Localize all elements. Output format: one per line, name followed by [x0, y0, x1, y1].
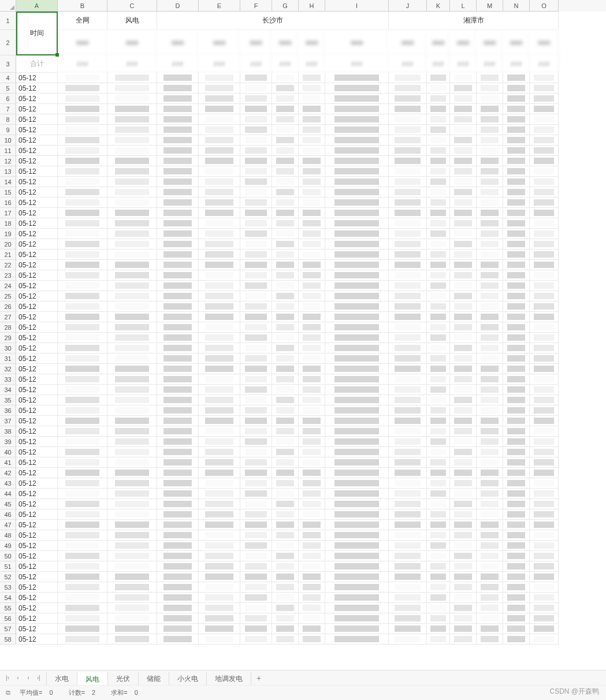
cell[interactable]: [157, 593, 199, 603]
cell[interactable]: [530, 281, 559, 291]
cell[interactable]: 风电: [107, 12, 157, 30]
cell[interactable]: [530, 73, 559, 83]
cell[interactable]: [503, 447, 530, 457]
cell[interactable]: [450, 530, 477, 541]
cell[interactable]: [450, 156, 477, 166]
cell[interactable]: [157, 489, 199, 499]
cell[interactable]: [427, 509, 450, 520]
cell[interactable]: [530, 509, 559, 520]
cell[interactable]: [450, 333, 477, 343]
cell[interactable]: [427, 634, 450, 645]
cell[interactable]: [530, 166, 559, 177]
cell[interactable]: [325, 353, 389, 364]
cell[interactable]: [58, 385, 107, 395]
cell[interactable]: [325, 457, 389, 468]
cell[interactable]: [299, 603, 325, 613]
cell[interactable]: 05-12: [16, 561, 58, 572]
cell[interactable]: [450, 395, 477, 405]
cell[interactable]: [503, 426, 530, 437]
cell[interactable]: [58, 572, 107, 582]
cell[interactable]: 05-12: [16, 541, 58, 551]
cell[interactable]: [450, 135, 477, 146]
cell[interactable]: [450, 83, 477, 94]
cell[interactable]: [427, 156, 450, 166]
cell[interactable]: [389, 364, 427, 374]
cell[interactable]: [530, 301, 559, 312]
row-header-4[interactable]: 4: [0, 73, 16, 83]
cell[interactable]: [299, 613, 325, 624]
cell[interactable]: [58, 83, 107, 94]
cell[interactable]: [199, 322, 240, 333]
cell[interactable]: [299, 198, 325, 208]
cell[interactable]: [240, 353, 272, 364]
column-header-B[interactable]: B: [58, 0, 107, 12]
cell[interactable]: [107, 83, 157, 94]
cell[interactable]: [240, 478, 272, 489]
cell[interactable]: [325, 135, 389, 146]
cell[interactable]: [325, 333, 389, 343]
cell[interactable]: [272, 146, 299, 156]
cell[interactable]: 05-12: [16, 353, 58, 364]
cell[interactable]: [389, 250, 427, 260]
cell[interactable]: [389, 541, 427, 551]
cell[interactable]: [199, 291, 240, 301]
cell[interactable]: [530, 114, 559, 125]
cell[interactable]: [325, 322, 389, 333]
cell[interactable]: [107, 125, 157, 135]
cell[interactable]: [107, 509, 157, 520]
cell[interactable]: [477, 208, 503, 218]
cell[interactable]: 05-12: [16, 572, 58, 582]
cell[interactable]: [427, 146, 450, 156]
cell[interactable]: ■■■: [107, 30, 157, 55]
cell[interactable]: [199, 166, 240, 177]
column-header-D[interactable]: D: [157, 0, 199, 12]
cell[interactable]: [272, 447, 299, 457]
cell[interactable]: [157, 426, 199, 437]
cell[interactable]: [157, 270, 199, 281]
cell[interactable]: [389, 156, 427, 166]
cell[interactable]: [427, 457, 450, 468]
cell[interactable]: ■■■: [157, 30, 199, 55]
cell[interactable]: [272, 468, 299, 478]
cell[interactable]: [107, 478, 157, 489]
cell[interactable]: [157, 260, 199, 270]
cell[interactable]: [107, 582, 157, 593]
tab-first-button[interactable]: |‹: [2, 671, 13, 686]
cell[interactable]: [107, 104, 157, 114]
cell[interactable]: [427, 94, 450, 104]
cell[interactable]: 05-12: [16, 426, 58, 437]
cell[interactable]: [107, 218, 157, 229]
cell[interactable]: [240, 447, 272, 457]
cell[interactable]: [58, 489, 107, 499]
cell[interactable]: 05-12: [16, 135, 58, 146]
cell[interactable]: [157, 343, 199, 353]
row-header-7[interactable]: 7: [0, 104, 16, 114]
cell[interactable]: [530, 270, 559, 281]
cell[interactable]: [450, 551, 477, 561]
cell[interactable]: [299, 260, 325, 270]
cell[interactable]: [240, 135, 272, 146]
cell[interactable]: [157, 624, 199, 634]
cell[interactable]: [157, 561, 199, 572]
cell[interactable]: [389, 593, 427, 603]
cell[interactable]: 05-12: [16, 499, 58, 509]
cell[interactable]: [530, 561, 559, 572]
cell[interactable]: [157, 208, 199, 218]
cell[interactable]: [503, 250, 530, 260]
cell[interactable]: 05-12: [16, 437, 58, 447]
cell[interactable]: [107, 426, 157, 437]
cell[interactable]: [325, 146, 389, 156]
cell[interactable]: [477, 416, 503, 426]
cell[interactable]: [477, 239, 503, 250]
cell[interactable]: [299, 83, 325, 94]
cell[interactable]: [325, 301, 389, 312]
sheet-tab-光伏[interactable]: 光伏: [108, 672, 139, 686]
cell[interactable]: 05-12: [16, 634, 58, 645]
cell[interactable]: [503, 166, 530, 177]
cell[interactable]: [427, 582, 450, 593]
cell[interactable]: [503, 83, 530, 94]
cell[interactable]: [325, 509, 389, 520]
cell[interactable]: [157, 218, 199, 229]
cell[interactable]: [58, 582, 107, 593]
cell[interactable]: [299, 281, 325, 291]
